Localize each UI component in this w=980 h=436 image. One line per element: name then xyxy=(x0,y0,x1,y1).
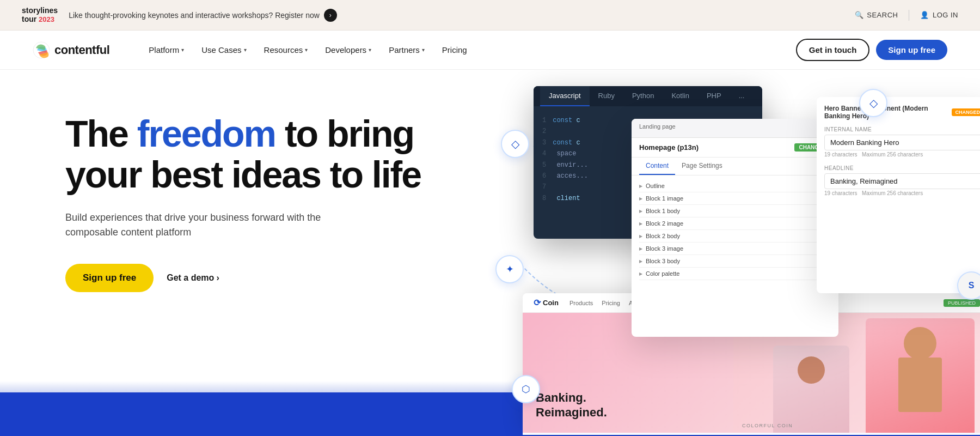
chevron-down-icon: ▾ xyxy=(181,47,184,53)
list-item[interactable]: Block 3 body xyxy=(639,255,831,268)
storylines-logo[interactable]: storylines tour 2023 xyxy=(22,7,58,23)
cms-tab-content[interactable]: Content xyxy=(639,158,675,175)
list-item[interactable]: Outline xyxy=(639,180,831,192)
nav-use-cases[interactable]: Use Cases ▾ xyxy=(195,41,253,59)
headline-label: Headline xyxy=(824,165,980,171)
code-tab-kotlin[interactable]: Kotlin xyxy=(663,86,698,106)
signup-button[interactable]: Sign up free xyxy=(876,40,947,60)
cms-title-bar: Homepage (p13n) CHANGED xyxy=(632,138,838,158)
contentful-logo-icon xyxy=(33,41,50,59)
internal-name-value[interactable]: Modern Banking Hero xyxy=(824,135,980,150)
headline-field: Headline Banking, Reimagined 19 characte… xyxy=(824,165,980,196)
nav-developers[interactable]: Developers ▾ xyxy=(318,41,378,59)
float-icon-1: ◇ xyxy=(501,130,529,158)
hero-demo-button[interactable]: Get a demo › xyxy=(167,273,219,283)
code-tab-python[interactable]: Python xyxy=(623,86,663,106)
fields-panel: Hero Banner component (Modern Banking He… xyxy=(817,97,980,293)
hero-signup-button[interactable]: Sign up free xyxy=(65,264,154,292)
navbar: contentful Platform ▾ Use Cases ▾ Resour… xyxy=(0,31,980,70)
nav-platform[interactable]: Platform ▾ xyxy=(142,41,191,59)
list-item[interactable]: Block 2 image xyxy=(639,217,831,230)
login-button[interactable]: 👤 LOG IN xyxy=(920,11,958,19)
site-published-badge: PUBLISHED xyxy=(944,299,980,307)
banner-message: Like thought-provoking keynotes and inte… xyxy=(69,9,337,22)
banner-arrow-icon[interactable]: › xyxy=(324,9,337,22)
storylines-line1: storylines xyxy=(22,7,58,15)
banner-right: 🔍 SEARCH 👤 LOG IN xyxy=(855,10,958,21)
list-item[interactable]: Block 2 body xyxy=(639,230,831,243)
code-tab-ruby[interactable]: Ruby xyxy=(590,86,623,106)
code-tab-javascript[interactable]: Javascript xyxy=(540,86,590,106)
nav-links: Platform ▾ Use Cases ▾ Resources ▾ Devel… xyxy=(142,41,795,59)
cms-header: Landing page xyxy=(632,119,838,138)
site-hero-subtitle: COLORFUL COIN xyxy=(742,423,793,428)
list-item[interactable]: Color palette xyxy=(639,268,831,280)
banner-left: storylines tour 2023 Like thought-provok… xyxy=(22,7,337,23)
hero-title: The freedom to bringyour best ideas to l… xyxy=(65,113,539,195)
chevron-down-icon: ▾ xyxy=(305,47,308,53)
headline-value[interactable]: Banking, Reimagined xyxy=(824,173,980,189)
cms-content-list: Outline Block 1 image Block 1 body Block… xyxy=(632,175,838,284)
internal-name-label: Internal name xyxy=(824,126,980,132)
code-tabs: Javascript Ruby Python Kotlin PHP ... xyxy=(534,86,762,106)
site-hero-title: Banking.Reimagined. xyxy=(536,391,720,420)
internal-name-hint: 19 characters Maximum 256 characters xyxy=(824,152,980,158)
float-icon-4: ◇ xyxy=(859,89,887,117)
hero-left: The freedom to bringyour best ideas to l… xyxy=(0,70,539,436)
site-preview-logo: ⟳ Coin xyxy=(534,298,559,308)
hero-section: The freedom to bringyour best ideas to l… xyxy=(0,70,980,436)
hero-subtitle: Build experiences that drive your busine… xyxy=(65,210,327,240)
internal-name-field: Internal name Modern Banking Hero 19 cha… xyxy=(824,126,980,158)
code-tab-more[interactable]: ... xyxy=(730,86,754,106)
get-in-touch-button[interactable]: Get in touch xyxy=(796,39,870,61)
list-item[interactable]: Block 1 body xyxy=(639,205,831,217)
search-button[interactable]: 🔍 SEARCH xyxy=(855,11,898,19)
top-banner: storylines tour 2023 Like thought-provok… xyxy=(0,0,980,31)
float-icon-2: ✦ xyxy=(495,255,524,283)
nav-partners[interactable]: Partners ▾ xyxy=(382,41,431,59)
cms-page-title: Homepage (p13n) xyxy=(639,143,699,152)
float-icon-3: ⬡ xyxy=(512,375,540,403)
list-item[interactable]: Block 3 image xyxy=(639,243,831,255)
arrow-right-icon: › xyxy=(216,273,219,283)
logo-text: contentful xyxy=(54,43,109,57)
logo-area[interactable]: contentful xyxy=(33,41,109,59)
fields-changed-badge: CHANGED xyxy=(952,108,980,116)
storylines-line2: tour 2023 xyxy=(22,15,58,23)
cms-breadcrumb: Landing page xyxy=(639,123,831,130)
list-item[interactable]: Block 1 image xyxy=(639,192,831,205)
hero-right: Javascript Ruby Python Kotlin PHP ... 1c… xyxy=(501,86,980,435)
search-icon: 🔍 xyxy=(855,11,864,19)
nav-pricing[interactable]: Pricing xyxy=(436,41,474,59)
headline-hint: 19 characters Maximum 256 characters xyxy=(824,190,980,196)
user-icon: 👤 xyxy=(920,11,929,19)
fields-panel-header: Hero Banner component (Modern Banking He… xyxy=(824,105,980,120)
hero-actions: Sign up free Get a demo › xyxy=(65,264,539,292)
nav-resources[interactable]: Resources ▾ xyxy=(258,41,315,59)
nav-right: Get in touch Sign up free xyxy=(796,39,947,61)
divider xyxy=(909,10,909,21)
chevron-down-icon: ▾ xyxy=(244,47,247,53)
chevron-down-icon: ▾ xyxy=(422,47,425,53)
cms-panel: Landing page Homepage (p13n) CHANGED Con… xyxy=(632,119,838,337)
cms-tab-page-settings[interactable]: Page Settings xyxy=(675,158,729,175)
code-tab-php[interactable]: PHP xyxy=(698,86,730,106)
chevron-down-icon: ▾ xyxy=(369,47,371,53)
cms-tabs-row: Content Page Settings xyxy=(632,158,838,175)
